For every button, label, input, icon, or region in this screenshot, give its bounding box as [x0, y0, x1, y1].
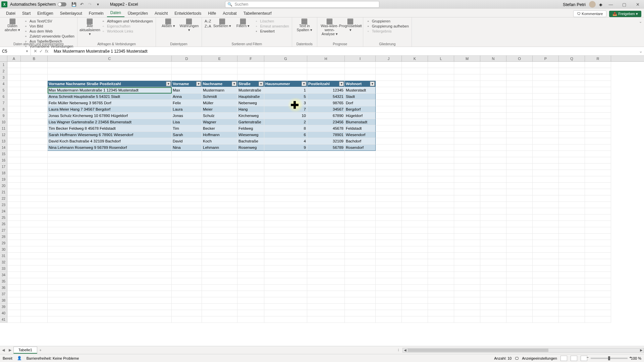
cell-Q35[interactable] [559, 278, 585, 285]
cell-F3[interactable] [237, 74, 264, 81]
cell-A10[interactable] [7, 119, 21, 125]
cell-G10[interactable]: 2 [264, 119, 307, 125]
cell-E22[interactable] [202, 195, 237, 202]
ribbon-big-was-wäre-wenn--analyse[interactable]: ▦Was-wäre-wenn-Analyse ▾ [320, 18, 339, 36]
cell-R8[interactable] [585, 106, 611, 113]
cell-K10[interactable] [402, 119, 428, 125]
cell-E4[interactable]: Nachname▾ [202, 81, 237, 87]
cell-B2[interactable] [21, 68, 48, 74]
ribbon-big-daten-abrufen[interactable]: ▦Datenabrufen ▾ [3, 18, 22, 32]
cell-B33[interactable] [21, 265, 48, 272]
cell-E11[interactable]: Becker [202, 125, 237, 132]
cell-M40[interactable] [454, 310, 480, 316]
cell-L35[interactable] [428, 278, 454, 285]
sort-A↓Z[interactable]: A↓Z [205, 19, 211, 23]
filter-button[interactable]: ▾ [166, 81, 171, 86]
cell-J15[interactable] [376, 151, 402, 157]
cell-Q34[interactable] [559, 272, 585, 278]
cell-J22[interactable] [376, 195, 402, 202]
minimize-button[interactable]: — [606, 2, 616, 7]
cell-G36[interactable] [264, 285, 307, 291]
ribbon-big-filtern[interactable]: ▦Filtern ▾ [233, 18, 253, 28]
cell-L34[interactable] [428, 272, 454, 278]
cell-M35[interactable] [454, 278, 480, 285]
cell-F7[interactable]: Nebenweg [237, 100, 264, 106]
cell-A40[interactable] [7, 310, 21, 316]
cell-Q25[interactable] [559, 215, 585, 221]
cell-D37[interactable] [172, 291, 202, 297]
cell-K24[interactable] [402, 208, 428, 215]
cell-D16[interactable] [172, 157, 202, 164]
cell-K39[interactable] [402, 304, 428, 310]
cell-C8[interactable]: Laura Meier Hang 7 34567 Bergdorf [48, 106, 172, 113]
cell-H4[interactable]: Postleitzahl▾ [307, 81, 345, 87]
cell-P33[interactable] [533, 265, 559, 272]
cell-A23[interactable] [7, 202, 21, 208]
cell-J1[interactable] [376, 62, 402, 68]
cell-Q16[interactable] [559, 157, 585, 164]
cell-O6[interactable] [506, 94, 533, 100]
cell-R19[interactable] [585, 176, 611, 183]
cell-N36[interactable] [480, 285, 506, 291]
cell-K16[interactable] [402, 157, 428, 164]
cell-P35[interactable] [533, 278, 559, 285]
cell-C30[interactable] [48, 246, 172, 253]
col-header-M[interactable]: M [454, 56, 480, 61]
cell-G37[interactable] [264, 291, 307, 297]
cell-K21[interactable] [402, 189, 428, 195]
cell-G3[interactable] [264, 74, 307, 81]
user-name[interactable]: Stefan Petri [563, 2, 586, 7]
cell-A24[interactable] [7, 208, 21, 215]
cell-A1[interactable] [7, 62, 21, 68]
cell-O15[interactable] [506, 151, 533, 157]
cell-I4[interactable]: Wohnort▾ [345, 81, 376, 87]
cell-N26[interactable] [480, 221, 506, 227]
cell-D33[interactable] [172, 265, 202, 272]
cell-G33[interactable] [264, 265, 307, 272]
col-header-G[interactable]: G [264, 56, 307, 61]
cell-C34[interactable] [48, 272, 172, 278]
cell-K37[interactable] [402, 291, 428, 297]
cell-L27[interactable] [428, 227, 454, 234]
cell-A38[interactable] [7, 297, 21, 304]
cell-O17[interactable] [506, 164, 533, 170]
tab-überprüfen[interactable]: Überprüfen [124, 10, 151, 17]
cell-R3[interactable] [585, 74, 611, 81]
cell-I36[interactable] [345, 285, 376, 291]
cell-F11[interactable]: Feldweg [237, 125, 264, 132]
cell-H13[interactable]: 32109 [307, 138, 345, 144]
cell-H2[interactable] [307, 68, 345, 74]
cell-G26[interactable] [264, 221, 307, 227]
maximize-button[interactable]: ▢ [619, 2, 629, 7]
cell-L33[interactable] [428, 265, 454, 272]
cell-E15[interactable] [202, 151, 237, 157]
filter-button[interactable]: ▾ [232, 81, 236, 86]
cell-R12[interactable] [585, 132, 611, 138]
zoom-slider[interactable] [591, 358, 628, 359]
cell-D5[interactable]: Max [172, 87, 202, 94]
cell-Q14[interactable] [559, 144, 585, 151]
formula-input[interactable]: Max Mustermann Musterstraße 1 12345 Must… [51, 49, 637, 54]
cell-E26[interactable] [202, 221, 237, 227]
row-header[interactable]: 19 [0, 176, 7, 183]
cell-A30[interactable] [7, 246, 21, 253]
cell-B8[interactable] [21, 106, 48, 113]
cell-L28[interactable] [428, 234, 454, 240]
cell-I17[interactable] [345, 164, 376, 170]
cell-H3[interactable] [307, 74, 345, 81]
cell-N5[interactable] [480, 87, 506, 94]
cell-C35[interactable] [48, 278, 172, 285]
cell-L23[interactable] [428, 202, 454, 208]
cell-O30[interactable] [506, 246, 533, 253]
horizontal-scrollbar[interactable]: ◀ ▶ [402, 348, 644, 353]
cell-D34[interactable] [172, 272, 202, 278]
cell-D15[interactable] [172, 151, 202, 157]
cell-E14[interactable]: Lehmann [202, 144, 237, 151]
cell-P37[interactable] [533, 291, 559, 297]
cell-M13[interactable] [454, 138, 480, 144]
cell-I30[interactable] [345, 246, 376, 253]
cell-A6[interactable] [7, 94, 21, 100]
cell-H5[interactable]: 12345 [307, 87, 345, 94]
cell-L17[interactable] [428, 164, 454, 170]
cell-A39[interactable] [7, 304, 21, 310]
